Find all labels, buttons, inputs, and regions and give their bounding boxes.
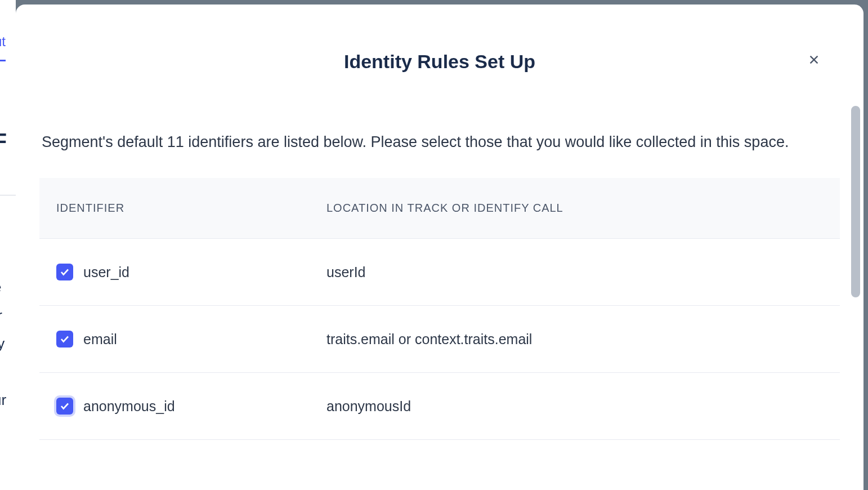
modal-content: Segment's default 11 identifiers are lis… bbox=[16, 73, 863, 485]
table-header: IDENTIFIER LOCATION IN TRACK OR IDENTIFY… bbox=[39, 178, 840, 239]
table-row: anonymous_idanonymousId bbox=[39, 373, 840, 440]
identifier-checkbox[interactable] bbox=[56, 398, 73, 415]
identifier-name: user_id bbox=[83, 264, 129, 280]
background-text-fragment: tr bbox=[0, 307, 2, 324]
identifier-cell: user_id bbox=[56, 264, 326, 280]
background-text-fragment: ty bbox=[0, 335, 5, 353]
column-header-location: LOCATION IN TRACK OR IDENTIFY CALL bbox=[326, 202, 823, 215]
background-divider bbox=[0, 195, 16, 195]
identity-rules-modal: Identity Rules Set Up Segment's default … bbox=[16, 5, 863, 490]
background-text-fragment: e bbox=[0, 279, 1, 296]
location-cell: anonymousId bbox=[326, 398, 823, 415]
table-row: user_iduserId bbox=[39, 239, 840, 306]
identifier-name: anonymous_id bbox=[83, 398, 175, 415]
identifier-checkbox[interactable] bbox=[56, 331, 73, 348]
background-page: ut F e tr ty ur bbox=[0, 0, 16, 490]
background-text-fragment: ur bbox=[0, 391, 6, 409]
table-row: emailtraits.email or context.traits.emai… bbox=[39, 306, 840, 373]
identifier-cell: email bbox=[56, 331, 326, 348]
modal-description: Segment's default 11 identifiers are lis… bbox=[39, 129, 840, 155]
modal-title: Identity Rules Set Up bbox=[16, 5, 863, 73]
identifier-name: email bbox=[83, 331, 117, 348]
close-button[interactable] bbox=[805, 51, 823, 69]
background-heading-fragment: F bbox=[0, 130, 7, 153]
location-cell: userId bbox=[326, 264, 823, 280]
identifier-checkbox[interactable] bbox=[56, 264, 73, 280]
check-icon bbox=[60, 334, 70, 344]
scrollbar-thumb[interactable] bbox=[851, 106, 860, 297]
close-icon bbox=[808, 54, 820, 66]
background-tab-fragment: ut bbox=[0, 34, 6, 61]
scrollbar-track[interactable] bbox=[851, 106, 860, 490]
identifiers-table: IDENTIFIER LOCATION IN TRACK OR IDENTIFY… bbox=[39, 178, 840, 440]
check-icon bbox=[60, 267, 70, 277]
location-cell: traits.email or context.traits.email bbox=[326, 331, 823, 348]
check-icon bbox=[60, 401, 70, 411]
identifier-cell: anonymous_id bbox=[56, 398, 326, 415]
column-header-identifier: IDENTIFIER bbox=[56, 202, 326, 215]
